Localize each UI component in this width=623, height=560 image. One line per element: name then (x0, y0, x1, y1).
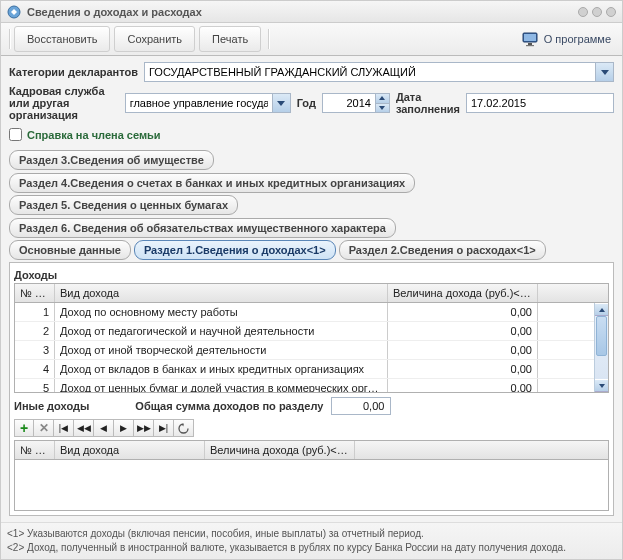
year-label: Год (297, 97, 316, 109)
nav-next-button[interactable]: ▶ (114, 419, 134, 437)
tab-r1-1[interactable]: Раздел 4.Сведения о счетах в банках и ин… (9, 173, 415, 193)
cell-idx: 2 (15, 322, 55, 340)
chevron-down-icon (277, 101, 285, 106)
chevron-down-icon (379, 106, 385, 110)
family-checkbox-label: Справка на члена семьи (27, 129, 161, 141)
categories-label: Категории декларантов (9, 66, 138, 78)
hr-label: Кадровая служба или другая организация (9, 85, 119, 121)
table-row[interactable]: 5Доход от ценных бумаг и долей участия в… (15, 379, 594, 392)
other-income-table-header: № п/п Вид дохода Величина дохода (руб.)<… (15, 441, 608, 460)
col-idx[interactable]: № п/п (15, 284, 55, 302)
refresh-icon (178, 423, 189, 434)
refresh-button[interactable] (174, 419, 194, 437)
cell-idx: 5 (15, 379, 55, 392)
tab-r3-1[interactable]: Раздел 1.Сведения о доходах<1> (134, 240, 336, 260)
save-button[interactable]: Сохранить (114, 26, 195, 52)
window-controls (578, 7, 616, 17)
window-max-icon[interactable] (592, 7, 602, 17)
income-title: Доходы (14, 269, 609, 281)
cell-idx: 4 (15, 360, 55, 378)
delete-row-button[interactable]: ✕ (34, 419, 54, 437)
about-button[interactable]: О программе (515, 26, 617, 52)
svg-rect-4 (526, 45, 534, 46)
col2-amount[interactable]: Величина дохода (руб.)<2> (205, 441, 355, 459)
tab-r3-0[interactable]: Основные данные (9, 240, 131, 260)
toolbar: Восстановить Сохранить Печать О программ… (1, 23, 622, 56)
monitor-icon (521, 30, 539, 48)
categories-combo[interactable] (144, 62, 596, 82)
print-button[interactable]: Печать (199, 26, 261, 52)
window-min-icon[interactable] (578, 7, 588, 17)
year-input[interactable] (322, 93, 376, 113)
table-row[interactable]: 4Доход от вкладов в банках и иных кредит… (15, 360, 594, 379)
chevron-up-icon (599, 308, 605, 312)
fill-date-label: Дата заполнения (396, 91, 460, 115)
scroll-thumb[interactable] (596, 316, 607, 356)
add-row-button[interactable]: + (14, 419, 34, 437)
cell-amount: 0,00 (388, 322, 538, 340)
table-row[interactable]: 2Доход от педагогической и научной деяте… (15, 322, 594, 341)
footnote-1: <1> Указываются доходы (включая пенсии, … (7, 527, 616, 541)
hr-combo[interactable] (125, 93, 273, 113)
app-icon (7, 5, 21, 19)
tab-r2-0[interactable]: Раздел 5. Сведения о ценных бумагах (9, 195, 238, 215)
year-spin-down[interactable] (376, 104, 389, 113)
table-row[interactable]: 3Доход от иной творческой деятельности0,… (15, 341, 594, 360)
col2-spacer (355, 441, 608, 459)
col-amount[interactable]: Величина дохода (руб.)<2> (388, 284, 538, 302)
cell-type: Доход по основному месту работы (55, 303, 388, 321)
tab-r1-0[interactable]: Раздел 3.Сведения об имуществе (9, 150, 214, 170)
cell-amount: 0,00 (388, 379, 538, 392)
col-type[interactable]: Вид дохода (55, 284, 388, 302)
scroll-down-button[interactable] (595, 379, 608, 392)
categories-dropdown-button[interactable] (596, 62, 614, 82)
col-spacer (538, 284, 608, 302)
income-table-header: № п/п Вид дохода Величина дохода (руб.)<… (15, 284, 608, 303)
family-checkbox[interactable] (9, 128, 22, 141)
window-title: Сведения о доходах и расходах (27, 6, 202, 18)
hr-dropdown-button[interactable] (273, 93, 291, 113)
cell-idx: 3 (15, 341, 55, 359)
footnotes: <1> Указываются доходы (включая пенсии, … (1, 522, 622, 559)
scroll-up-button[interactable] (595, 303, 608, 316)
about-label: О программе (544, 33, 611, 45)
cell-type: Доход от иной творческой деятельности (55, 341, 388, 359)
nav-prev-button[interactable]: ◀ (94, 419, 114, 437)
cell-amount: 0,00 (388, 341, 538, 359)
cell-type: Доход от педагогической и научной деятел… (55, 322, 388, 340)
table-row[interactable]: 1Доход по основному месту работы0,00 (15, 303, 594, 322)
fill-date-input[interactable] (466, 93, 614, 113)
col2-idx[interactable]: № п/п (15, 441, 55, 459)
cell-amount: 0,00 (388, 360, 538, 378)
total-value: 0,00 (331, 397, 391, 415)
nav-fast-fwd-button[interactable]: ▶▶ (134, 419, 154, 437)
cell-type: Доход от ценных бумаг и долей участия в … (55, 379, 388, 392)
chevron-down-icon (601, 70, 609, 75)
svg-rect-3 (528, 43, 532, 45)
nav-last-button[interactable]: ▶| (154, 419, 174, 437)
cell-amount: 0,00 (388, 303, 538, 321)
window-close-icon[interactable] (606, 7, 616, 17)
chevron-up-icon (379, 96, 385, 100)
cell-idx: 1 (15, 303, 55, 321)
chevron-down-icon (599, 384, 605, 388)
cell-type: Доход от вкладов в банках и иных кредитн… (55, 360, 388, 378)
other-income-title: Иные доходы (14, 400, 89, 412)
income-scrollbar[interactable] (594, 303, 608, 392)
col2-type[interactable]: Вид дохода (55, 441, 205, 459)
year-spin-up[interactable] (376, 94, 389, 104)
titlebar: Сведения о доходах и расходах (1, 1, 622, 23)
other-income-rows (15, 460, 608, 510)
total-label: Общая сумма доходов по разделу (135, 400, 323, 412)
restore-button[interactable]: Восстановить (14, 26, 110, 52)
nav-first-button[interactable]: |◀ (54, 419, 74, 437)
tab-r3-2[interactable]: Раздел 2.Сведения о расходах<1> (339, 240, 546, 260)
svg-rect-2 (524, 34, 536, 41)
tab-r2-1[interactable]: Раздел 6. Сведения об обязательствах иму… (9, 218, 396, 238)
nav-fast-back-button[interactable]: ◀◀ (74, 419, 94, 437)
footnote-2: <2> Доход, полученный в иностранной валю… (7, 541, 616, 555)
